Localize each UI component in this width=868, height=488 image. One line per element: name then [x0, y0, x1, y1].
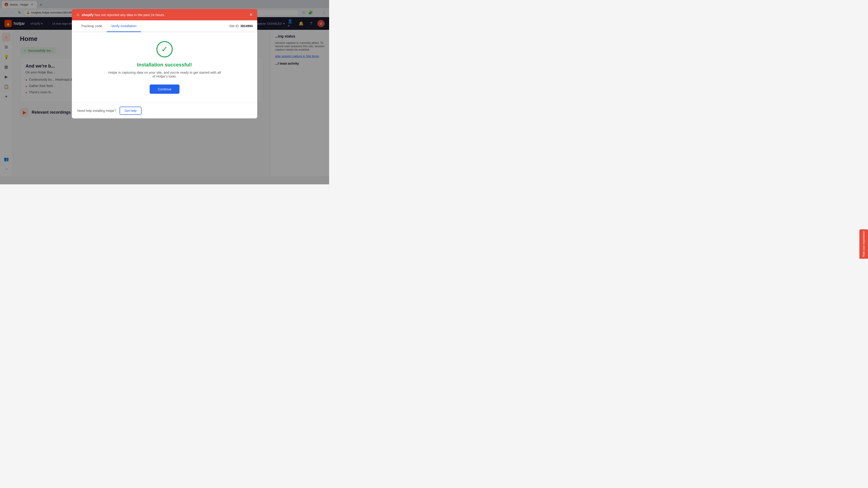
alert-close-btn[interactable]: ✕ — [249, 12, 253, 17]
get-help-btn[interactable]: Get help — [120, 107, 142, 115]
tab-verify-installation[interactable]: Verify installation — [107, 20, 141, 32]
footer-text: Need help installing Hotjar? — [77, 109, 116, 112]
success-title: Installation successful! — [137, 62, 192, 68]
alert-site-name: shopify — [82, 13, 94, 17]
dialog-tabs: Tracking code Verify installation Site I… — [72, 20, 257, 32]
alert-warning-icon: ⚠ — [76, 13, 79, 17]
alert-text: has not reported any data in the past 24… — [95, 13, 165, 17]
site-id-label: Site ID: — [229, 24, 240, 28]
tab-tracking-code[interactable]: Tracking code — [76, 20, 107, 32]
modal-overlay: ⚠ shopify has not reported any data in t… — [0, 0, 329, 184]
alert-banner: ⚠ shopify has not reported any data in t… — [72, 9, 257, 20]
site-id-display: Site ID: 3814994 — [229, 24, 253, 28]
install-dialog: Tracking code Verify installation Site I… — [72, 20, 257, 119]
alert-message: shopify has not reported any data in the… — [82, 13, 165, 17]
dialog-footer: Need help installing Hotjar? Get help — [72, 103, 257, 119]
success-circle: ✓ — [156, 41, 173, 57]
continue-btn[interactable]: Continue — [150, 85, 180, 94]
dialog-body: ✓ Installation successful! Hotjar is cap… — [72, 32, 257, 103]
success-desc: Hotjar is capturing data on your site, a… — [108, 70, 221, 78]
site-id-value: 3814994 — [240, 24, 253, 28]
success-checkmark-icon: ✓ — [161, 44, 168, 54]
